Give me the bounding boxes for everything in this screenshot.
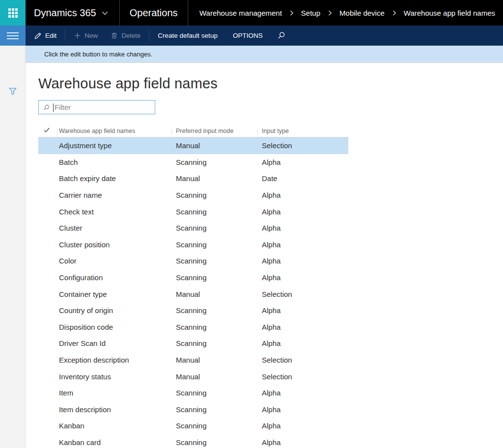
cell-input-type: Alpha — [262, 191, 348, 199]
cell-preferred-input-mode: Scanning — [176, 389, 262, 397]
table-row[interactable]: Exception description Manual Selection — [38, 352, 348, 369]
main-panel: Click the edit button to make changes. W… — [26, 46, 503, 448]
cell-field-name: Batch expiry date — [58, 174, 176, 183]
column-header-field-names[interactable]: Warehouse app field names — [58, 128, 176, 134]
cell-field-name: Cluster — [58, 224, 176, 232]
breadcrumb-item-warehouse-management[interactable]: Warehouse management — [199, 9, 282, 17]
cell-preferred-input-mode: Manual — [176, 372, 262, 381]
cell-field-name: Driver Scan Id — [58, 339, 176, 347]
workspace: Click the edit button to make changes. W… — [0, 46, 503, 448]
cell-input-type: Alpha — [262, 438, 348, 447]
toolbar-search-button[interactable] — [269, 26, 293, 46]
column-header-preferred-input-mode[interactable]: Preferred input mode — [176, 128, 262, 134]
message-bar-text: Click the edit button to make changes. — [44, 51, 152, 58]
cell-field-name: Item — [58, 389, 176, 397]
filter-input[interactable] — [39, 101, 155, 114]
cell-input-type: Alpha — [262, 306, 348, 315]
trash-icon — [111, 32, 118, 39]
cell-field-name: Configuration — [58, 273, 176, 282]
table-row[interactable]: Batch expiry date Manual Date — [38, 170, 348, 187]
cell-input-type: Alpha — [262, 339, 348, 347]
cell-preferred-input-mode: Manual — [176, 290, 262, 298]
cell-preferred-input-mode: Scanning — [176, 306, 262, 315]
cell-input-type: Selection — [262, 356, 348, 364]
cell-field-name: Cluster position — [58, 240, 176, 249]
select-all-checkmark[interactable] — [38, 127, 58, 135]
table-row[interactable]: Kanban Scanning Alpha — [38, 418, 348, 434]
cell-preferred-input-mode: Manual — [176, 174, 262, 183]
table-row[interactable]: Inventory status Manual Selection — [38, 368, 348, 385]
cell-preferred-input-mode: Scanning — [176, 240, 262, 249]
page-title: Warehouse app field names — [38, 76, 503, 92]
table-row[interactable]: Adjustment type Manual Selection — [38, 137, 348, 154]
product-label: Dynamics 365 — [34, 7, 96, 19]
cell-input-type: Selection — [262, 372, 348, 381]
cell-preferred-input-mode: Manual — [176, 356, 262, 364]
cell-preferred-input-mode: Scanning — [176, 208, 262, 216]
table-row[interactable]: Country of origin Scanning Alpha — [38, 302, 348, 319]
table-row[interactable]: Carrier name Scanning Alpha — [38, 187, 348, 204]
edit-button[interactable]: Edit — [28, 26, 63, 46]
options-button[interactable]: OPTIONS — [224, 26, 269, 46]
cell-preferred-input-mode: Manual — [176, 141, 262, 150]
waffle-icon — [8, 8, 18, 18]
cell-input-type: Alpha — [262, 208, 348, 216]
chevron-right-icon — [288, 10, 295, 16]
text-caret — [53, 104, 54, 112]
app-launcher-button[interactable] — [0, 0, 26, 26]
cell-input-type: Alpha — [262, 273, 348, 282]
chevron-right-icon — [391, 10, 397, 16]
module-name[interactable]: Operations — [120, 0, 188, 26]
message-bar: Click the edit button to make changes. — [26, 46, 503, 63]
cell-input-type: Alpha — [262, 158, 348, 166]
cell-preferred-input-mode: Scanning — [176, 158, 262, 166]
delete-button[interactable]: Delete — [104, 26, 147, 46]
cell-input-type: Alpha — [262, 422, 348, 430]
grid-body: Adjustment type Manual Selection Batch S… — [38, 137, 348, 448]
create-default-setup-button[interactable]: Create default setup — [151, 26, 224, 46]
pencil-icon — [34, 32, 42, 40]
cell-input-type: Selection — [262, 290, 348, 298]
table-row[interactable]: Disposition code Scanning Alpha — [38, 319, 348, 336]
cell-preferred-input-mode: Scanning — [176, 257, 262, 265]
table-row[interactable]: Container type Manual Selection — [38, 286, 348, 302]
action-bar: Edit New Delete Create default setup OPT… — [0, 26, 503, 46]
divider — [149, 30, 149, 41]
breadcrumb-item-setup[interactable]: Setup — [301, 9, 320, 17]
nav-menu-toggle-button[interactable] — [0, 26, 26, 46]
cell-field-name: Inventory status — [58, 372, 176, 381]
table-row[interactable]: Item description Scanning Alpha — [38, 401, 348, 418]
breadcrumb-item-warehouse-app-field-names[interactable]: Warehouse app field names — [404, 9, 495, 17]
table-row[interactable]: Driver Scan Id Scanning Alpha — [38, 335, 348, 352]
table-row[interactable]: Cluster position Scanning Alpha — [38, 237, 348, 253]
breadcrumb: Warehouse management Setup Mobile device… — [199, 0, 503, 26]
cell-field-name: Color — [58, 257, 176, 265]
divider — [188, 0, 188, 26]
column-header-input-type[interactable]: Input type — [262, 128, 348, 134]
field-names-grid: Warehouse app field names Preferred inpu… — [38, 125, 348, 448]
cell-preferred-input-mode: Scanning — [176, 224, 262, 232]
cell-field-name: Container type — [58, 290, 176, 298]
table-row[interactable]: Check text Scanning Alpha — [38, 203, 348, 220]
table-row[interactable]: Color Scanning Alpha — [38, 253, 348, 269]
filter-pane-button[interactable] — [5, 84, 20, 99]
table-row[interactable]: Item Scanning Alpha — [38, 385, 348, 401]
cell-preferred-input-mode: Scanning — [176, 422, 262, 430]
top-bar: Dynamics 365 Operations Warehouse manage… — [0, 0, 503, 26]
new-button[interactable]: New — [67, 26, 104, 46]
chevron-right-icon — [327, 10, 333, 16]
table-row[interactable]: Kanban card Scanning Alpha — [38, 434, 348, 448]
cell-input-type: Alpha — [262, 240, 348, 249]
table-row[interactable]: Cluster Scanning Alpha — [38, 220, 348, 237]
funnel-icon — [8, 87, 17, 96]
breadcrumb-item-mobile-device[interactable]: Mobile device — [339, 9, 385, 17]
cell-field-name: Batch — [58, 158, 176, 166]
grid-header-row: Warehouse app field names Preferred inpu… — [38, 125, 348, 137]
cell-preferred-input-mode: Scanning — [176, 191, 262, 199]
cell-preferred-input-mode: Scanning — [176, 438, 262, 447]
plus-icon — [74, 32, 81, 39]
table-row[interactable]: Configuration Scanning Alpha — [38, 269, 348, 286]
cell-preferred-input-mode: Scanning — [176, 405, 262, 414]
dynamics-365-menu[interactable]: Dynamics 365 — [26, 0, 119, 26]
table-row[interactable]: Batch Scanning Alpha — [38, 154, 348, 171]
